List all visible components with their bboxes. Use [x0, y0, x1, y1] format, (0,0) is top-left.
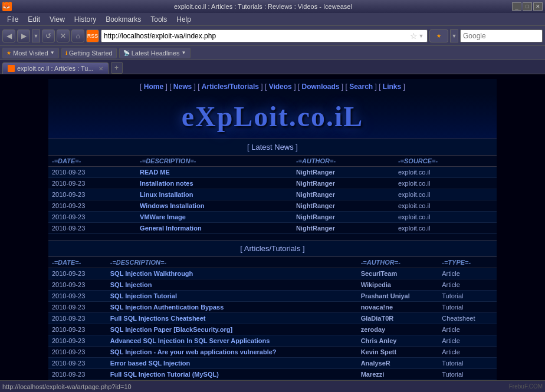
- bookmark-most-visited[interactable]: ★ Most Visited ▼: [2, 48, 59, 58]
- search-bar[interactable]: 🔍: [460, 29, 543, 42]
- new-tab-button[interactable]: +: [111, 62, 123, 74]
- art-date: 2010-09-23: [48, 369, 107, 380]
- status-url: http://localhost/exploit-wa/artpage.php?…: [2, 383, 132, 390]
- art-type: Article: [438, 347, 497, 358]
- bookmark-latest-headlines[interactable]: 📡 Latest Headlines ▼: [119, 48, 191, 58]
- nav-videos[interactable]: Videos: [269, 83, 292, 91]
- art-date: 2010-09-23: [48, 268, 107, 279]
- search-engine-dropdown[interactable]: ▼: [450, 29, 458, 42]
- nav-articles[interactable]: Articles/Tutorials: [202, 83, 259, 91]
- news-date: 2010-09-23: [48, 223, 136, 234]
- menu-tools[interactable]: Tools: [146, 14, 172, 25]
- menu-history[interactable]: History: [70, 14, 101, 25]
- bookmark-dropdown-icon[interactable]: ▼: [50, 50, 55, 55]
- nav-home[interactable]: [ Home ]: [140, 83, 168, 91]
- site-logo: eXpLoit.co.iL: [54, 100, 491, 133]
- nav-links[interactable]: Links: [383, 83, 401, 91]
- news-row[interactable]: 2010-09-23 READ ME NightRanger exploit.c…: [48, 167, 497, 178]
- art-desc[interactable]: SQL Injection Walkthrough: [107, 268, 357, 279]
- news-row[interactable]: 2010-09-23 Linux Installation NightRange…: [48, 189, 497, 200]
- tab-title: exploit.co.il : Articles : Tu...: [17, 65, 94, 72]
- nav-downloads[interactable]: Downloads: [301, 83, 339, 91]
- article-row[interactable]: 2010-09-23 SQL Injection Tutorial Prasha…: [48, 291, 497, 302]
- news-row[interactable]: 2010-09-23 Installation notes NightRange…: [48, 178, 497, 189]
- art-date: 2010-09-23: [48, 358, 107, 369]
- news-author: NightRanger: [293, 178, 395, 189]
- art-desc[interactable]: SQL Injection Paper [BlackSecurity.org]: [107, 324, 357, 335]
- news-desc[interactable]: Windows Installation: [136, 200, 293, 212]
- nav-search[interactable]: Search: [349, 83, 373, 91]
- logo-area: eXpLoit.co.iL: [48, 94, 497, 139]
- bookmark-star-icon[interactable]: ☆: [410, 31, 418, 41]
- articles-header: [ Articles/Tutorials ]: [48, 240, 497, 257]
- nav-news[interactable]: News: [173, 83, 192, 91]
- stop-button[interactable]: ✕: [57, 29, 70, 42]
- search-input[interactable]: [463, 32, 545, 40]
- article-row[interactable]: 2010-09-23 SQL Injection Walkthrough Sec…: [48, 268, 497, 279]
- art-type: Tutorial: [438, 369, 497, 380]
- bookmark-getting-started[interactable]: ℹ Getting Started: [61, 48, 117, 58]
- art-date: 2010-09-23: [48, 347, 107, 358]
- news-desc[interactable]: Linux Installation: [136, 189, 293, 200]
- back-button[interactable]: ◀: [2, 29, 15, 42]
- news-source: exploit.co.il: [395, 167, 497, 178]
- menu-help[interactable]: Help: [172, 14, 196, 25]
- tab-main[interactable]: exploit.co.il : Articles : Tu... ✕: [2, 62, 109, 74]
- tab-close-button[interactable]: ✕: [99, 65, 103, 72]
- art-desc[interactable]: Error based SQL Injection: [107, 358, 357, 369]
- art-desc[interactable]: Full SQL Injection Tutorial (MySQL): [107, 369, 357, 380]
- news-desc[interactable]: VMWare Image: [136, 212, 293, 223]
- news-date: 2010-09-23: [48, 178, 136, 189]
- close-button[interactable]: ✕: [533, 2, 543, 11]
- art-author: GlaDiaT0R: [357, 313, 439, 324]
- page-wrapper: [ Home ] [ News ] [ Articles/Tutorials ]…: [48, 79, 497, 375]
- maximize-button[interactable]: □: [523, 2, 532, 11]
- news-desc[interactable]: General Information: [136, 223, 293, 234]
- url-dropdown[interactable]: ▼: [418, 29, 425, 42]
- art-desc[interactable]: SQL Injection: [107, 279, 357, 291]
- art-date: 2010-09-23: [48, 291, 107, 302]
- article-row[interactable]: 2010-09-23 SQL Injection Wikipedia Artic…: [48, 279, 497, 291]
- art-desc[interactable]: SQL Injection Authentication Bypass: [107, 302, 357, 313]
- news-row[interactable]: 2010-09-23 Windows Installation NightRan…: [48, 200, 497, 212]
- article-row[interactable]: 2010-09-23 SQL Injection Paper [BlackSec…: [48, 324, 497, 335]
- menu-edit[interactable]: Edit: [23, 14, 45, 25]
- bookmark-most-visited-label: Most Visited: [13, 50, 48, 57]
- bookmark-headlines-dropdown-icon[interactable]: ▼: [182, 50, 186, 55]
- article-row[interactable]: 2010-09-23 SQL Injection - Are your web …: [48, 347, 497, 358]
- window-controls[interactable]: _ □ ✕: [512, 2, 543, 11]
- art-col-type: -=TYPE=-: [438, 257, 497, 268]
- article-row[interactable]: 2010-09-23 Full SQL Injection Tutorial (…: [48, 369, 497, 380]
- news-desc[interactable]: READ ME: [136, 167, 293, 178]
- menu-view[interactable]: View: [45, 14, 70, 25]
- status-bar: http://localhost/exploit-wa/artpage.php?…: [0, 380, 545, 392]
- art-desc[interactable]: SQL Injection Tutorial: [107, 291, 357, 302]
- menu-bookmarks[interactable]: Bookmarks: [101, 14, 146, 25]
- art-type: Tutorial: [438, 302, 497, 313]
- art-desc[interactable]: Full SQL Injections Cheatsheet: [107, 313, 357, 324]
- reload-button[interactable]: ↺: [42, 29, 55, 42]
- art-author: Kevin Spett: [357, 347, 439, 358]
- news-source: exploit.co.il: [395, 189, 497, 200]
- minimize-button[interactable]: _: [512, 2, 521, 11]
- home-button[interactable]: ⌂: [71, 29, 84, 42]
- article-row[interactable]: 2010-09-23 Error based SQL Injection Ana…: [48, 358, 497, 369]
- art-desc[interactable]: SQL Injection - Are your web application…: [107, 347, 357, 358]
- menu-file[interactable]: File: [2, 14, 23, 25]
- watermark: FrebuF.COM: [509, 383, 543, 390]
- news-col-desc: -=DESCRIPTION=-: [136, 156, 293, 167]
- article-row[interactable]: 2010-09-23 Full SQL Injections Cheatshee…: [48, 313, 497, 324]
- news-row[interactable]: 2010-09-23 General Information NightRang…: [48, 223, 497, 234]
- article-row[interactable]: 2010-09-23 SQL Injection Authentication …: [48, 302, 497, 313]
- url-bar[interactable]: ☆ ▼: [101, 29, 428, 42]
- history-dropdown[interactable]: ▼: [32, 29, 40, 42]
- news-desc[interactable]: Installation notes: [136, 178, 293, 189]
- art-author: Marezzi: [357, 369, 439, 380]
- menu-bar: File Edit View History Bookmarks Tools H…: [0, 13, 545, 26]
- search-engine-icon[interactable]: ★: [429, 29, 448, 42]
- forward-button[interactable]: ▶: [17, 29, 30, 42]
- article-row[interactable]: 2010-09-23 Advanced SQL Injection In SQL…: [48, 335, 497, 347]
- url-input[interactable]: [104, 32, 410, 40]
- art-desc[interactable]: Advanced SQL Injection In SQL Server App…: [107, 335, 357, 347]
- news-row[interactable]: 2010-09-23 VMWare Image NightRanger expl…: [48, 212, 497, 223]
